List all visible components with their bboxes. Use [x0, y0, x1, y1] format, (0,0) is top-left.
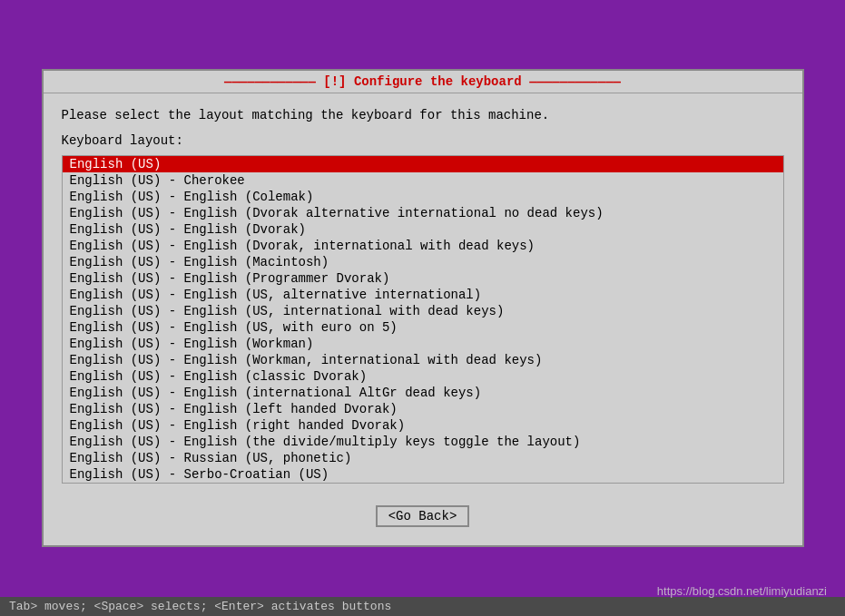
- list-item[interactable]: English (US) - Serbo-Croatian (US): [63, 466, 783, 483]
- list-item[interactable]: English (US) - English (Colemak): [63, 189, 783, 205]
- list-item[interactable]: English (US) - English (Workman, interna…: [63, 352, 783, 368]
- title-bar: ———————————— [!] Configure the keyboard …: [44, 71, 802, 93]
- list-item[interactable]: English (US) - English (left handed Dvor…: [63, 401, 783, 417]
- status-bar: Tab> moves; <Space> selects; <Enter> act…: [0, 597, 845, 616]
- list-item[interactable]: English (US) - English (US, internationa…: [63, 303, 783, 319]
- list-item[interactable]: English (US): [63, 156, 783, 172]
- list-item[interactable]: English (US) - Russian (US, phonetic): [63, 450, 783, 466]
- list-item[interactable]: English (US) - English (Dvorak, internat…: [63, 238, 783, 254]
- buttons-area: <Go Back>: [62, 498, 784, 531]
- list-item[interactable]: English (US) - English (right handed Dvo…: [63, 417, 783, 434]
- list-item[interactable]: English (US) - English (the divide/multi…: [63, 434, 783, 450]
- list-item[interactable]: English (US) - English (international Al…: [63, 385, 783, 401]
- status-text: Tab> moves; <Space> selects; <Enter> act…: [9, 600, 391, 613]
- go-back-button[interactable]: <Go Back>: [376, 505, 470, 527]
- keyboard-layout-list[interactable]: English (US)English (US) - CherokeeEngli…: [62, 155, 784, 484]
- list-item[interactable]: English (US) - English (Dvorak): [63, 221, 783, 238]
- content-area: Please select the layout matching the ke…: [44, 93, 802, 545]
- title-dashes-right: ————————————: [529, 74, 621, 89]
- list-item[interactable]: English (US) - Cherokee: [63, 172, 783, 189]
- watermark: https://blog.csdn.net/limiyudianzi: [657, 584, 827, 598]
- list-item[interactable]: English (US) - English (classic Dvorak): [63, 368, 783, 385]
- list-item[interactable]: English (US) - English (US, with euro on…: [63, 319, 783, 336]
- window-title: [!] Configure the keyboard: [323, 74, 521, 89]
- terminal-window: ———————————— [!] Configure the keyboard …: [42, 69, 804, 547]
- instruction-text: Please select the layout matching the ke…: [62, 108, 784, 122]
- list-item[interactable]: English (US) - English (Workman): [63, 336, 783, 352]
- list-item[interactable]: English (US) - English (Programmer Dvora…: [63, 270, 783, 287]
- list-item[interactable]: English (US) - English (Dvorak alternati…: [63, 205, 783, 221]
- title-dashes-left: ————————————: [224, 74, 316, 89]
- list-item[interactable]: English (US) - English (US, alternative …: [63, 287, 783, 303]
- section-label: Keyboard layout:: [62, 133, 784, 148]
- list-item[interactable]: English (US) - English (Macintosh): [63, 254, 783, 270]
